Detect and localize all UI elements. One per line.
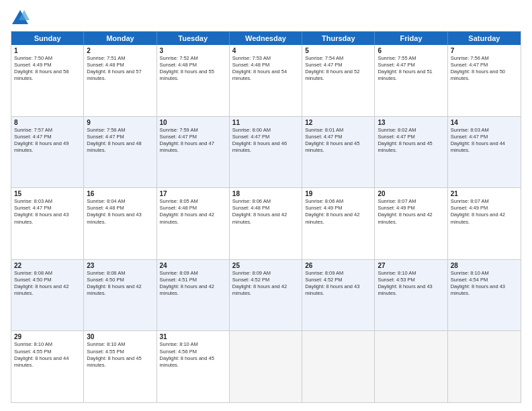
day-info: Sunrise: 7:58 AM Sunset: 4:47 PM Dayligh… (87, 127, 153, 154)
sunset-label: Sunset: 4:47 PM (14, 205, 51, 211)
day-cell-7: 7 Sunrise: 7:56 AM Sunset: 4:47 PM Dayli… (448, 45, 521, 116)
sunset-label: Sunset: 4:47 PM (378, 62, 414, 68)
sunset-label: Sunset: 4:48 PM (160, 62, 197, 68)
day-number: 9 (87, 119, 153, 126)
day-cell-10: 10 Sunrise: 7:59 AM Sunset: 4:47 PM Dayl… (157, 117, 230, 188)
day-info: Sunrise: 7:55 AM Sunset: 4:47 PM Dayligh… (378, 55, 444, 83)
day-info: Sunrise: 7:59 AM Sunset: 4:47 PM Dayligh… (160, 127, 226, 154)
sunset-label: Sunset: 4:48 PM (87, 205, 124, 211)
sunset-label: Sunset: 4:47 PM (14, 134, 51, 140)
day-number: 27 (378, 262, 444, 269)
sunset-label: Sunset: 4:56 PM (160, 349, 197, 355)
sunset-label: Sunset: 4:52 PM (232, 277, 269, 283)
sunset-label: Sunset: 4:49 PM (378, 205, 414, 211)
sunset-label: Sunset: 4:47 PM (378, 134, 414, 140)
day-number: 23 (87, 262, 153, 269)
day-header-sunday: Sunday (11, 32, 84, 45)
daylight-label: Daylight: 8 hours and 47 minutes. (160, 140, 214, 153)
day-info: Sunrise: 8:08 AM Sunset: 4:50 PM Dayligh… (87, 270, 153, 298)
day-cell-25: 25 Sunrise: 8:09 AM Sunset: 4:52 PM Dayl… (230, 260, 302, 331)
day-cell-21: 21 Sunrise: 8:07 AM Sunset: 4:49 PM Dayl… (448, 188, 521, 259)
sunset-label: Sunset: 4:49 PM (305, 205, 342, 211)
daylight-label: Daylight: 8 hours and 44 minutes. (14, 355, 69, 368)
day-number: 19 (305, 190, 371, 197)
day-number: 13 (378, 119, 444, 126)
day-cell-26: 26 Sunrise: 8:09 AM Sunset: 4:52 PM Dayl… (302, 260, 375, 331)
day-number: 25 (232, 262, 299, 269)
daylight-label: Daylight: 8 hours and 54 minutes. (232, 68, 287, 81)
day-cell-1: 1 Sunrise: 7:50 AM Sunset: 4:49 PM Dayli… (11, 45, 84, 116)
sunrise-label: Sunrise: 8:10 AM (14, 341, 52, 347)
calendar-header: SundayMondayTuesdayWednesdayThursdayFrid… (11, 32, 521, 45)
daylight-label: Daylight: 8 hours and 42 minutes. (160, 212, 214, 224)
empty-cell-4-4 (302, 331, 375, 402)
sunset-label: Sunset: 4:47 PM (451, 134, 488, 140)
day-header-thursday: Thursday (302, 32, 375, 45)
day-info: Sunrise: 7:56 AM Sunset: 4:47 PM Dayligh… (451, 55, 518, 83)
day-cell-18: 18 Sunrise: 8:06 AM Sunset: 4:48 PM Dayl… (230, 188, 302, 259)
daylight-label: Daylight: 8 hours and 43 minutes. (451, 283, 505, 296)
day-number: 1 (14, 47, 81, 54)
sunrise-label: Sunrise: 7:57 AM (14, 127, 52, 133)
daylight-label: Daylight: 8 hours and 50 minutes. (451, 68, 505, 81)
day-cell-31: 31 Sunrise: 8:10 AM Sunset: 4:56 PM Dayl… (157, 331, 230, 402)
day-header-friday: Friday (375, 32, 447, 45)
sunrise-label: Sunrise: 8:10 AM (378, 270, 416, 276)
day-number: 17 (160, 190, 226, 197)
sunrise-label: Sunrise: 8:06 AM (305, 198, 343, 204)
day-header-wednesday: Wednesday (230, 32, 302, 45)
day-number: 29 (14, 333, 81, 340)
sunrise-label: Sunrise: 8:03 AM (14, 198, 52, 204)
day-cell-13: 13 Sunrise: 8:02 AM Sunset: 4:47 PM Dayl… (375, 117, 447, 188)
day-cell-8: 8 Sunrise: 7:57 AM Sunset: 4:47 PM Dayli… (11, 117, 84, 188)
day-number: 21 (451, 190, 518, 197)
header (11, 8, 521, 27)
sunrise-label: Sunrise: 8:00 AM (232, 127, 271, 133)
day-cell-15: 15 Sunrise: 8:03 AM Sunset: 4:47 PM Dayl… (11, 188, 84, 259)
day-number: 10 (160, 119, 226, 126)
day-number: 14 (451, 119, 518, 126)
daylight-label: Daylight: 8 hours and 45 minutes. (378, 140, 432, 153)
sunset-label: Sunset: 4:48 PM (87, 62, 124, 68)
sunrise-label: Sunrise: 8:09 AM (160, 270, 198, 276)
day-info: Sunrise: 8:03 AM Sunset: 4:47 PM Dayligh… (14, 198, 81, 226)
day-cell-22: 22 Sunrise: 8:08 AM Sunset: 4:50 PM Dayl… (11, 260, 84, 331)
day-cell-19: 19 Sunrise: 8:06 AM Sunset: 4:49 PM Dayl… (302, 188, 375, 259)
sunrise-label: Sunrise: 8:10 AM (87, 341, 125, 347)
day-number: 24 (160, 262, 226, 269)
daylight-label: Daylight: 8 hours and 49 minutes. (14, 140, 69, 153)
sunrise-label: Sunrise: 7:56 AM (451, 55, 489, 61)
daylight-label: Daylight: 8 hours and 45 minutes. (160, 355, 214, 368)
day-cell-6: 6 Sunrise: 7:55 AM Sunset: 4:47 PM Dayli… (375, 45, 447, 116)
sunrise-label: Sunrise: 7:52 AM (160, 55, 198, 61)
day-cell-16: 16 Sunrise: 8:04 AM Sunset: 4:48 PM Dayl… (84, 188, 157, 259)
daylight-label: Daylight: 8 hours and 42 minutes. (378, 212, 432, 224)
day-cell-11: 11 Sunrise: 8:00 AM Sunset: 4:47 PM Dayl… (230, 117, 302, 188)
sunrise-label: Sunrise: 7:54 AM (305, 55, 343, 61)
day-cell-5: 5 Sunrise: 7:54 AM Sunset: 4:47 PM Dayli… (302, 45, 375, 116)
sunset-label: Sunset: 4:47 PM (160, 134, 197, 140)
sunrise-label: Sunrise: 8:07 AM (378, 198, 416, 204)
daylight-label: Daylight: 8 hours and 42 minutes. (451, 212, 505, 224)
day-number: 4 (232, 47, 299, 54)
sunrise-label: Sunrise: 8:10 AM (160, 341, 198, 347)
sunrise-label: Sunrise: 8:05 AM (160, 198, 198, 204)
day-cell-3: 3 Sunrise: 7:52 AM Sunset: 4:48 PM Dayli… (157, 45, 230, 116)
page: SundayMondayTuesdayWednesdayThursdayFrid… (0, 0, 532, 411)
sunrise-label: Sunrise: 8:03 AM (451, 127, 489, 133)
sunset-label: Sunset: 4:47 PM (232, 134, 269, 140)
sunrise-label: Sunrise: 8:01 AM (305, 127, 343, 133)
daylight-label: Daylight: 8 hours and 43 minutes. (14, 212, 69, 224)
day-number: 22 (14, 262, 81, 269)
calendar-row-2: 8 Sunrise: 7:57 AM Sunset: 4:47 PM Dayli… (11, 116, 521, 188)
day-info: Sunrise: 8:09 AM Sunset: 4:51 PM Dayligh… (160, 270, 226, 298)
daylight-label: Daylight: 8 hours and 51 minutes. (378, 68, 432, 81)
day-header-tuesday: Tuesday (157, 32, 230, 45)
empty-cell-4-3 (230, 331, 302, 402)
day-number: 16 (87, 190, 153, 197)
sunrise-label: Sunrise: 7:51 AM (87, 55, 125, 61)
daylight-label: Daylight: 8 hours and 42 minutes. (160, 283, 214, 296)
day-info: Sunrise: 8:07 AM Sunset: 4:49 PM Dayligh… (451, 198, 518, 226)
empty-cell-4-6 (448, 331, 521, 402)
daylight-label: Daylight: 8 hours and 45 minutes. (305, 140, 359, 153)
